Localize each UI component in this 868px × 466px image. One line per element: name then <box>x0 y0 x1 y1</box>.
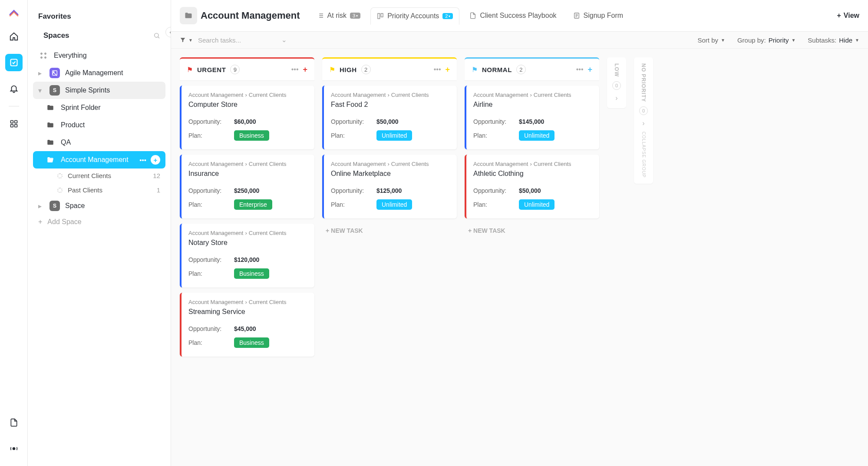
tab-badge: 3▾ <box>350 13 360 19</box>
doc-icon <box>469 12 476 19</box>
more-icon[interactable]: ••• <box>139 156 146 164</box>
sidebar-everything[interactable]: Everything <box>33 47 165 64</box>
sidebar-item-label: Current Clients <box>68 172 111 179</box>
sidebar-current-clients[interactable]: Current Clients 12 <box>52 169 165 183</box>
search-input[interactable]: Search tasks... <box>198 36 276 44</box>
column-nopriority-collapsed[interactable]: NO PRIORITY 0 › COLLAPSE GROUP <box>634 57 653 184</box>
opportunity-value: $125,000 <box>376 187 402 194</box>
opportunity-label: Opportunity: <box>473 118 519 125</box>
sidebar-past-clients[interactable]: Past Clients 1 <box>52 183 165 197</box>
filter-bar: ▼ Search tasks... ⌄ Sort by▼ Group by: P… <box>171 32 868 49</box>
tasks-icon[interactable] <box>5 54 23 71</box>
tab-signup-form[interactable]: Signup Form <box>567 7 630 24</box>
opportunity-label: Opportunity: <box>188 256 234 263</box>
everything-icon <box>38 50 49 61</box>
tab-label: At risk <box>327 12 347 20</box>
add-space-button[interactable]: + Add Space <box>33 215 165 229</box>
collapse-hint: COLLAPSE GROUP <box>641 132 646 178</box>
sidebar-folder-sprint[interactable]: Sprint Folder <box>33 99 165 116</box>
svg-rect-13 <box>378 13 380 19</box>
breadcrumb: Account Management›Current Clients <box>188 161 307 167</box>
add-task-icon[interactable]: + <box>303 65 307 74</box>
task-card[interactable]: Account Management›Current ClientsAirlin… <box>465 86 599 149</box>
task-title: Online Marketplace <box>331 170 450 178</box>
opportunity-label: Opportunity: <box>473 187 519 194</box>
list-icon <box>57 188 63 193</box>
chevron-down-icon[interactable]: ⌄ <box>281 36 287 44</box>
record-icon[interactable] <box>5 440 23 457</box>
more-icon[interactable]: ••• <box>434 66 441 73</box>
sidebar-folder-product[interactable]: Product <box>33 116 165 134</box>
add-icon[interactable]: + <box>151 155 160 165</box>
sidebar-folder-qa[interactable]: QA <box>33 134 165 151</box>
column-header[interactable]: ⚑ URGENT 9 ••• + <box>180 57 314 80</box>
rail-divider <box>9 106 19 106</box>
filter-button[interactable]: ▼ <box>180 37 193 43</box>
collapse-sidebar-button[interactable]: ‹ <box>165 27 171 37</box>
task-card[interactable]: Account Management›Current ClientsFast F… <box>322 86 457 149</box>
tab-priority-accounts[interactable]: Priority Accounts 2▾ <box>370 7 459 25</box>
task-card[interactable]: Account Management›Current ClientsInsura… <box>180 155 314 218</box>
column-title: URGENT <box>197 66 226 73</box>
add-task-icon[interactable]: + <box>445 65 450 74</box>
sidebar-space[interactable]: ▸ S Space <box>33 197 165 215</box>
plan-badge: Unlimited <box>376 199 412 210</box>
opportunity-value: $50,000 <box>376 118 399 125</box>
list-icon <box>317 12 324 19</box>
sidebar-agile[interactable]: ▸ Agile Management <box>33 64 165 82</box>
task-title: Insurance <box>188 170 307 178</box>
folder-icon[interactable] <box>180 7 197 24</box>
column-low-collapsed[interactable]: LOW 0 › <box>607 57 626 108</box>
svg-point-9 <box>41 57 42 58</box>
plan-badge: Business <box>234 130 269 141</box>
column-count: 0 <box>612 81 621 90</box>
folder-icon <box>45 120 56 130</box>
plan-label: Plan: <box>188 270 234 277</box>
tab-label: Client Success Playbook <box>480 12 556 20</box>
column-header[interactable]: ⚑ HIGH 2 ••• + <box>322 57 457 80</box>
task-card[interactable]: Account Management›Current ClientsAthlet… <box>465 155 599 218</box>
folder-icon <box>45 137 56 148</box>
task-card[interactable]: Account Management›Current ClientsOnline… <box>322 155 457 218</box>
breadcrumb: Account Management›Current Clients <box>188 299 307 305</box>
sidebar-item-label: Everything <box>54 52 87 59</box>
chevron-right-icon: ▸ <box>38 202 44 210</box>
sidebar-item-label: Past Clients <box>68 186 102 194</box>
task-card[interactable]: Account Management›Current ClientsComput… <box>180 86 314 149</box>
svg-point-10 <box>45 57 46 58</box>
sidebar-item-label: Agile Management <box>65 69 123 77</box>
search-icon[interactable] <box>153 32 160 39</box>
new-task-button[interactable]: + NEW TASK <box>465 224 599 238</box>
apps-icon[interactable] <box>5 115 23 132</box>
sidebar-account-management[interactable]: Account Management ••• + <box>33 151 165 169</box>
breadcrumb: Account Management›Current Clients <box>331 92 450 98</box>
task-card[interactable]: Account Management›Current ClientsNotary… <box>180 224 314 288</box>
tab-client-success[interactable]: Client Success Playbook <box>463 7 563 24</box>
tab-at-risk[interactable]: At risk 3▾ <box>310 7 367 24</box>
spaces-heading[interactable]: Spaces <box>38 28 75 43</box>
column-header[interactable]: ⚑ NORMAL 2 ••• + <box>465 57 599 80</box>
add-view-button[interactable]: + View <box>837 12 859 20</box>
more-icon[interactable]: ••• <box>576 66 584 73</box>
notifications-icon[interactable] <box>5 80 23 97</box>
chevron-right-icon: ▸ <box>38 69 44 77</box>
favorites-heading[interactable]: Favorites <box>33 9 165 24</box>
sidebar-item-label: Sprint Folder <box>61 104 101 112</box>
column-title: LOW <box>614 63 620 77</box>
plan-badge: Unlimited <box>519 199 554 210</box>
home-icon[interactable] <box>5 28 23 45</box>
app-logo[interactable] <box>8 7 20 19</box>
task-card[interactable]: Account Management›Current ClientsStream… <box>180 293 314 357</box>
groupby-dropdown[interactable]: Group by: Priority ▼ <box>737 36 795 44</box>
sidebar-simple-sprints[interactable]: ▾ S Simple Sprints <box>33 82 165 99</box>
plan-label: Plan: <box>188 132 234 139</box>
docs-icon[interactable] <box>5 414 23 431</box>
more-icon[interactable]: ••• <box>291 66 299 73</box>
add-task-icon[interactable]: + <box>587 65 592 74</box>
sort-dropdown[interactable]: Sort by▼ <box>697 36 725 44</box>
opportunity-value: $45,000 <box>234 325 256 332</box>
topbar: Account Management At risk 3▾ Priority A… <box>171 0 868 32</box>
subtasks-dropdown[interactable]: Subtasks: Hide ▼ <box>808 36 859 44</box>
new-task-button[interactable]: + NEW TASK <box>322 224 457 238</box>
column-title: NO PRIORITY <box>640 63 647 102</box>
